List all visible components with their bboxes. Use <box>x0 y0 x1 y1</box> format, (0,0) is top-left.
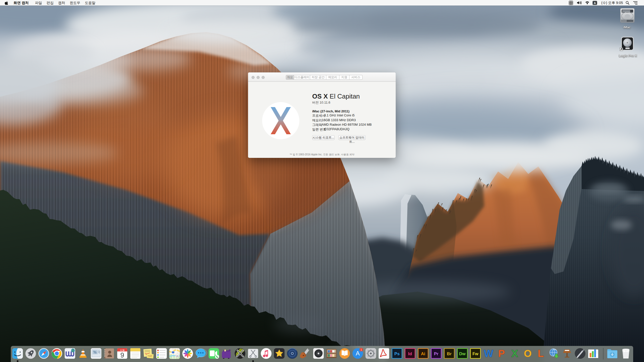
svg-text:Br: Br <box>447 351 452 356</box>
svg-text:Ps: Ps <box>394 351 400 356</box>
svg-text:1: 1 <box>360 348 362 351</box>
svg-text:9: 9 <box>120 351 124 359</box>
svg-text:3D: 3D <box>176 355 179 357</box>
svg-text:L: L <box>538 348 544 359</box>
svg-text:Ai: Ai <box>421 351 425 356</box>
svg-text:Id: Id <box>408 351 412 356</box>
svg-text:P: P <box>498 348 505 359</box>
svg-text:12월: 12월 <box>120 349 125 351</box>
svg-text:X: X <box>511 348 518 359</box>
svg-text:A: A <box>356 350 360 357</box>
svg-text:Fw: Fw <box>472 351 478 356</box>
svg-text:Pr: Pr <box>434 351 438 356</box>
svg-text:O: O <box>524 348 532 359</box>
svg-text:W: W <box>484 348 493 359</box>
svg-text:Dw: Dw <box>459 351 466 356</box>
